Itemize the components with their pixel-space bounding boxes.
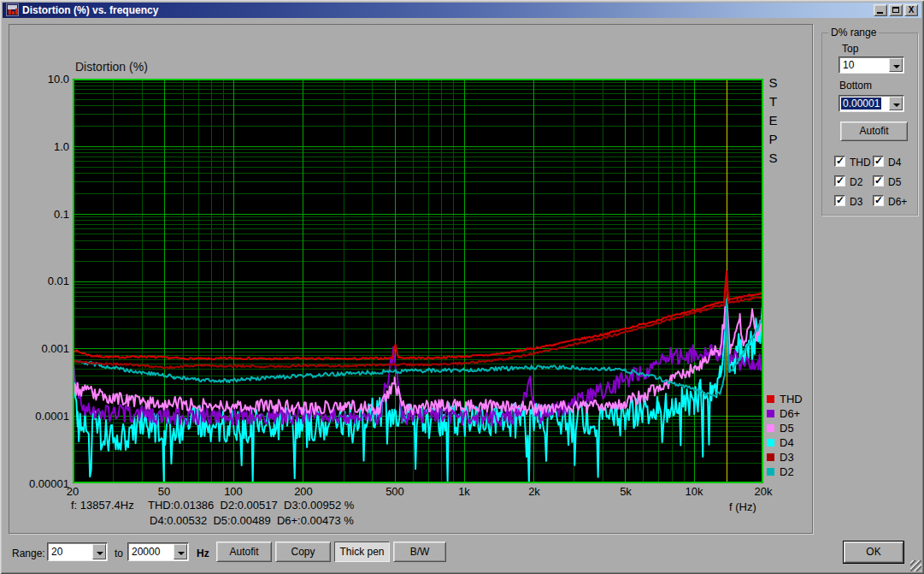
- distortion-readout-line1: THD:0.01386 D2:0.00517 D3:0.00952 %: [148, 499, 354, 512]
- y-tick-label: 10.0: [5, 73, 69, 86]
- title-bar[interactable]: Distortion (%) vs. frequency X: [3, 3, 921, 18]
- bottom-label: Bottom: [839, 80, 872, 92]
- x-tick-label: 200: [280, 485, 327, 498]
- check-icon: ✓: [874, 194, 883, 206]
- y-tick-label: 0.001: [5, 342, 69, 355]
- d4-checkbox-label: D4: [888, 157, 901, 169]
- maximize-icon: [892, 7, 899, 13]
- range-from-select[interactable]: 20: [47, 542, 108, 561]
- autofit-button[interactable]: Autofit: [216, 541, 272, 562]
- x-tick-label: 20k: [739, 485, 787, 498]
- d5-checkbox[interactable]: ✓: [873, 175, 884, 186]
- range-to-select[interactable]: 20000: [127, 542, 189, 561]
- x-tick-label: 10k: [670, 485, 718, 498]
- x-tick-label: 100: [209, 485, 257, 498]
- check-icon: ✓: [836, 175, 845, 186]
- x-tick-label: 2k: [510, 485, 558, 498]
- y-tick-label: 1.0: [5, 140, 69, 153]
- thick-pen-toggle[interactable]: Thick pen: [334, 541, 390, 562]
- steps-app-icon[interactable]: [6, 3, 19, 16]
- dropdown-button[interactable]: [174, 544, 187, 559]
- legend-swatch: [767, 468, 774, 476]
- chevron-down-icon: [178, 552, 185, 555]
- copy-button[interactable]: Copy: [275, 541, 331, 562]
- dropdown-button[interactable]: [92, 544, 106, 559]
- check-icon: ✓: [874, 175, 883, 186]
- minimize-button[interactable]: [874, 4, 887, 16]
- to-label: to: [115, 547, 123, 559]
- x-tick-label: 1k: [440, 485, 488, 498]
- d2-checkbox[interactable]: ✓: [834, 175, 845, 186]
- cursor-frequency-readout: f: 13857.4Hz: [71, 499, 134, 512]
- bottom-range-select[interactable]: 0.00001: [839, 95, 904, 112]
- top-label: Top: [842, 43, 858, 55]
- legend-label: D4: [780, 436, 794, 449]
- x-axis-unit-label: f (Hz): [729, 500, 756, 513]
- legend-label: THD: [780, 393, 803, 405]
- check-icon: ✓: [836, 155, 845, 167]
- y-tick-label: 0.01: [5, 275, 69, 287]
- top-range-value: 10: [843, 59, 854, 71]
- chevron-down-icon: [893, 104, 900, 107]
- d5-checkbox-label: D5: [888, 176, 901, 188]
- bw-button[interactable]: B/W: [393, 541, 446, 562]
- x-tick-label: 5k: [602, 485, 650, 498]
- bottom-range-value: 0.00001: [841, 98, 881, 109]
- ok-button[interactable]: OK: [844, 541, 903, 563]
- hz-unit-label: Hz: [197, 547, 209, 559]
- thd-checkbox[interactable]: ✓: [834, 156, 845, 167]
- range-from-value: 20: [51, 546, 62, 558]
- legend-swatch: [767, 395, 774, 403]
- maximize-button[interactable]: [889, 4, 903, 16]
- legend-swatch: [767, 439, 774, 447]
- resize-grip[interactable]: [910, 560, 921, 571]
- x-tick-label: 50: [140, 485, 188, 498]
- icon-bar: [15, 9, 18, 15]
- icon-bar: [12, 11, 15, 15]
- legend-label: D2: [780, 465, 794, 478]
- dropdown-button[interactable]: [889, 58, 903, 72]
- legend-label: D6+: [780, 407, 800, 420]
- distortion-plot[interactable]: [73, 79, 763, 483]
- check-icon: ✓: [836, 194, 845, 206]
- d2-checkbox-label: D2: [850, 176, 862, 188]
- icon-bar: [9, 9, 11, 15]
- y-tick-label: 0.1: [5, 208, 69, 221]
- panel-autofit-button[interactable]: Autofit: [840, 121, 908, 141]
- close-button[interactable]: X: [904, 4, 918, 16]
- range-to-value: 20000: [132, 546, 160, 558]
- x-tick-label: 500: [371, 485, 419, 498]
- d6-checkbox[interactable]: ✓: [873, 195, 884, 206]
- legend-swatch: [767, 424, 774, 432]
- steps-app-window: Distortion (%) vs. frequency X Distortio…: [0, 0, 924, 574]
- distortion-readout-line2: D4:0.00532 D5:0.00489 D6+:0.00473 %: [150, 514, 354, 527]
- check-icon: ✓: [874, 155, 883, 167]
- legend-swatch: [767, 453, 774, 461]
- d-range-group-label: D% range: [828, 27, 879, 38]
- close-icon: X: [905, 5, 917, 15]
- range-label: Range:: [12, 547, 45, 559]
- chart-title: Distortion (%): [75, 60, 148, 74]
- legend-label: D5: [780, 422, 794, 435]
- x-tick-label: 20: [49, 485, 97, 498]
- steps-watermark: STEPS: [766, 75, 780, 169]
- minimize-icon: [877, 12, 883, 14]
- dropdown-button[interactable]: [889, 97, 903, 110]
- legend-label: D3: [780, 451, 794, 464]
- thd-checkbox-label: THD: [850, 157, 871, 169]
- d4-checkbox[interactable]: ✓: [873, 156, 884, 167]
- d3-checkbox-label: D3: [850, 196, 862, 208]
- d3-checkbox[interactable]: ✓: [834, 195, 845, 206]
- legend-swatch: [767, 410, 774, 417]
- chevron-down-icon: [893, 65, 900, 68]
- y-tick-label: 0.0001: [5, 410, 69, 423]
- chevron-down-icon: [97, 552, 103, 555]
- d6-checkbox-label: D6+: [888, 196, 907, 208]
- window-title: Distortion (%) vs. frequency: [22, 3, 158, 18]
- top-range-select[interactable]: 10: [839, 56, 904, 74]
